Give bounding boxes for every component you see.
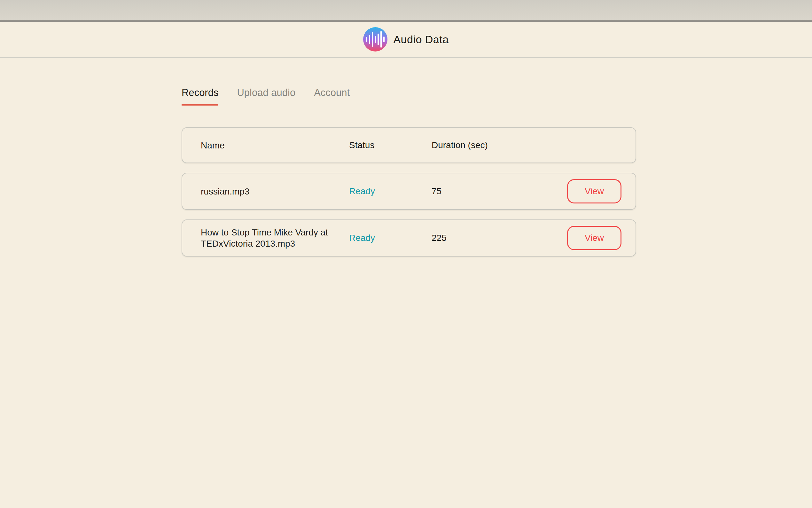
window-title-bar xyxy=(0,0,812,22)
view-button[interactable]: View xyxy=(567,226,621,250)
tab-upload-audio[interactable]: Upload audio xyxy=(237,87,295,105)
tab-records[interactable]: Records xyxy=(182,87,218,105)
status-badge: Ready xyxy=(349,233,432,243)
app-header: Audio Data xyxy=(0,22,812,57)
column-header-name: Name xyxy=(201,140,349,151)
record-duration: 225 xyxy=(432,233,567,243)
record-name: How to Stop Time Mike Vardy at TEDxVicto… xyxy=(201,227,349,249)
records-table: Name Status Duration (sec) russian.mp3 R… xyxy=(182,127,636,257)
table-row: How to Stop Time Mike Vardy at TEDxVicto… xyxy=(182,219,636,257)
tab-account[interactable]: Account xyxy=(314,87,350,105)
table-row: russian.mp3 Ready 75 View xyxy=(182,173,636,210)
table-header-row: Name Status Duration (sec) xyxy=(182,127,636,163)
audio-waveform-icon xyxy=(363,27,387,51)
record-name: russian.mp3 xyxy=(201,186,349,197)
main-content: Records Upload audio Account Name Status… xyxy=(182,87,636,257)
record-duration: 75 xyxy=(432,186,567,197)
view-button[interactable]: View xyxy=(567,179,621,204)
page-title: Audio Data xyxy=(393,33,448,46)
tab-bar: Records Upload audio Account xyxy=(182,87,636,105)
status-badge: Ready xyxy=(349,186,432,197)
column-header-status: Status xyxy=(349,140,432,151)
column-header-duration: Duration (sec) xyxy=(432,140,567,151)
